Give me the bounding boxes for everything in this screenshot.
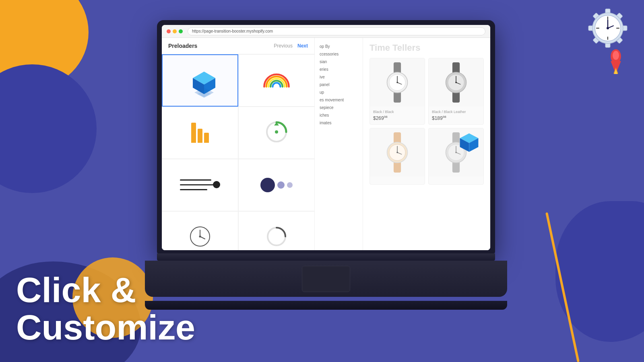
shop-layout: op By ccessories sian eries ive panel up…: [315, 38, 490, 250]
laptop-screen-bezel: https://page-transition-booster.myshopif…: [157, 20, 495, 253]
laptop-body: https://page-transition-booster.myshopif…: [145, 20, 507, 310]
svg-rect-59: [452, 162, 459, 173]
url-text: https://page-transition-booster.myshopif…: [192, 29, 273, 33]
shop-sidebar-item-4[interactable]: ive: [318, 73, 359, 81]
background: Click & Customize https://page-transit: [0, 0, 644, 362]
shop-sidebar-item-3[interactable]: eries: [318, 66, 359, 73]
bar-2: [198, 129, 202, 143]
close-dot[interactable]: [167, 29, 171, 33]
shop-sidebar-item-2[interactable]: sian: [318, 58, 359, 66]
shop-sidebar-item-5[interactable]: panel: [318, 81, 359, 88]
bg-blob-orange-top-left: [0, 0, 89, 88]
product-card-4[interactable]: [428, 128, 484, 185]
shop-title: Time Tellers: [369, 43, 484, 53]
shop-filter-label: op By: [318, 43, 359, 50]
minimize-dot[interactable]: [173, 29, 177, 33]
svg-rect-42: [452, 92, 459, 103]
preloaders-grid: [162, 54, 314, 250]
svg-rect-49: [393, 162, 400, 173]
product-info-4: [429, 177, 483, 184]
previous-button[interactable]: Previous: [274, 43, 293, 49]
clock-circle-icon: [189, 225, 211, 249]
preloader-item-2[interactable]: [238, 54, 315, 107]
preloaders-panel: Preloaders Previous Next: [162, 38, 315, 250]
next-button[interactable]: Next: [297, 43, 308, 49]
headline: Click & Customize: [16, 272, 195, 346]
speed-line-bot: [180, 189, 207, 190]
svg-rect-48: [393, 132, 400, 143]
laptop-base: [145, 253, 507, 310]
shop-sidebar: op By ccessories sian eries ive panel up…: [315, 38, 363, 250]
spinner-arc-icon: [265, 225, 288, 249]
url-bar[interactable]: https://page-transition-booster.myshopif…: [188, 27, 485, 35]
headline-line1: Click &: [16, 272, 195, 309]
product-price-1: $26998: [373, 115, 421, 121]
shop-sidebar-item-10[interactable]: imates: [318, 119, 359, 127]
product-image-4: [429, 128, 483, 177]
preloader-item-3[interactable]: [162, 107, 238, 159]
shop-sidebar-item-6[interactable]: up: [318, 88, 359, 96]
dots-loader-icon: [260, 178, 293, 192]
shop-sidebar-item-8[interactable]: sepiece: [318, 104, 359, 111]
bar-1: [191, 123, 196, 143]
preloader-item-6[interactable]: [238, 159, 315, 211]
shop-sidebar-item-7[interactable]: es movement: [318, 96, 359, 104]
shop-panel: op By ccessories sian eries ive panel up…: [315, 38, 490, 250]
product-info-3: [370, 177, 425, 184]
product-card-3[interactable]: [369, 128, 425, 185]
product-image-2: [429, 58, 483, 107]
laptop-bottom: [145, 261, 507, 297]
watch-svg-2: [439, 62, 473, 103]
laptop-trackpad[interactable]: [302, 266, 350, 292]
product-variant-2: Black / Black Leather: [432, 110, 480, 114]
bar-3: [204, 133, 209, 143]
speed-lines-icon: [180, 177, 220, 193]
maximize-dot[interactable]: [179, 29, 183, 33]
preloader-item-8[interactable]: [238, 211, 315, 250]
browser-dots: [167, 29, 183, 33]
headline-line2: Customize: [16, 309, 195, 346]
cube-3d-icon: [188, 68, 212, 93]
watch-svg-1: [380, 62, 415, 103]
svg-point-47: [455, 82, 457, 83]
gear-clock-icon: [588, 8, 628, 48]
dot-large: [260, 178, 275, 192]
bar-chart-icon: [191, 123, 209, 143]
product-image-1: [370, 58, 425, 107]
screen-content: Preloaders Previous Next: [162, 38, 490, 250]
svg-point-28: [275, 130, 278, 134]
svg-rect-41: [452, 62, 459, 73]
preloaders-header: Preloaders Previous Next: [162, 38, 314, 54]
product-grid: Black / Black $26998: [369, 58, 484, 185]
dot-small: [287, 182, 293, 188]
preloader-item-4[interactable]: [238, 107, 315, 159]
laptop-screen: https://page-transition-booster.myshopif…: [162, 25, 490, 250]
product-variant-1: Black / Black: [373, 110, 421, 114]
speed-line-top: [180, 179, 211, 181]
svg-point-19: [613, 51, 619, 60]
product-card-1[interactable]: Black / Black $26998: [369, 58, 425, 125]
svg-point-32: [199, 236, 201, 238]
product-price-2: $18998: [432, 115, 480, 121]
rocket-icon: [608, 48, 624, 76]
laptop-feet: [145, 301, 507, 310]
shop-sidebar-item-9[interactable]: iches: [318, 111, 359, 119]
watch-svg-3: [380, 132, 415, 173]
product-card-2[interactable]: Black / Black Leather $18998: [428, 58, 484, 125]
preloader-item-1[interactable]: [162, 54, 238, 107]
laptop-hinge: [157, 253, 495, 261]
speed-line-mid: [180, 184, 215, 185]
preloader-item-7[interactable]: [162, 211, 238, 250]
product-info-2: Black / Black Leather $18998: [429, 107, 483, 124]
bg-blob-blue-left: [0, 64, 97, 193]
svg-rect-35: [393, 92, 400, 103]
rainbow-icon: [262, 70, 291, 91]
bullet: [213, 181, 220, 188]
product-image-3: [370, 128, 425, 177]
svg-point-40: [396, 82, 398, 83]
preloaders-title: Preloaders: [168, 43, 197, 49]
circular-arrow-icon: [264, 120, 289, 146]
shop-sidebar-item-1[interactable]: ccessories: [318, 50, 359, 58]
svg-rect-34: [393, 62, 400, 73]
preloader-item-5[interactable]: [162, 159, 238, 211]
